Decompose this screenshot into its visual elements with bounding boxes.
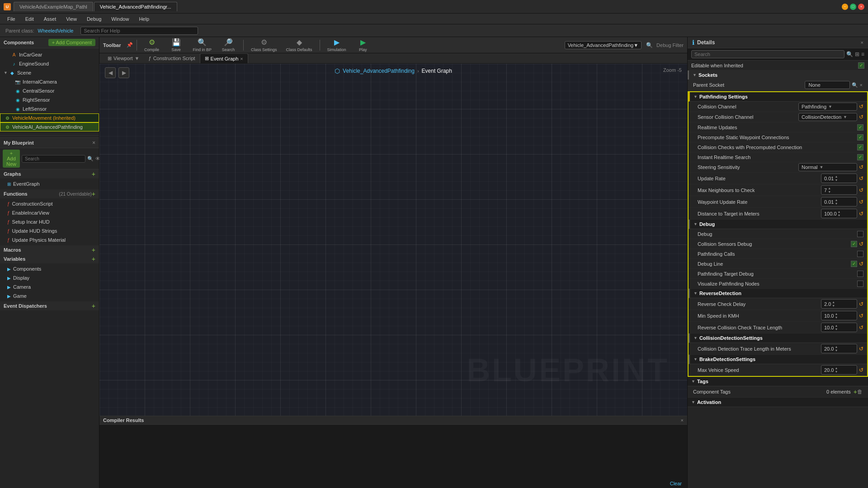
mvs-down[interactable]: ▼: [835, 370, 838, 373]
msk-down[interactable]: ▼: [835, 316, 838, 319]
my-blueprint-close[interactable]: ×: [92, 140, 95, 146]
cdtl-down[interactable]: ▼: [835, 349, 838, 352]
tree-item-vehicle-ai[interactable]: ⚙ VehicleAI_AdvancedPathfinding: [0, 122, 99, 131]
update-rate-input[interactable]: 0.01 ▲ ▼: [821, 174, 857, 183]
tree-item-left-sensor[interactable]: ◉ LeftSensor: [0, 104, 99, 113]
parent-socket-search[interactable]: 🔍: [852, 82, 858, 88]
graphs-add-button[interactable]: +: [92, 171, 95, 177]
details-search-input[interactable]: [691, 50, 844, 58]
tree-item-incar-gear[interactable]: A InCarGear: [0, 50, 99, 59]
precompute-waypoint-checkbox[interactable]: [857, 134, 863, 141]
details-grid-icon[interactable]: ⊞: [855, 51, 859, 57]
search-button[interactable]: 🔎 Search: [217, 37, 240, 53]
close-button[interactable]: ×: [858, 4, 864, 10]
rcd-down[interactable]: ▼: [832, 304, 835, 307]
sockets-header[interactable]: ▼ Sockets: [688, 70, 868, 80]
min-speed-input[interactable]: 10.0 ▲ ▼: [821, 311, 857, 320]
sensor-collision-channel-dropdown[interactable]: CollisionDetection ▼: [798, 113, 857, 121]
max-vehicle-speed-reset[interactable]: ↺: [859, 367, 863, 373]
title-tab-vehicle[interactable]: Vehicle_AdvancedPathfindingr...: [94, 2, 177, 11]
update-rate-reset[interactable]: ↺: [859, 175, 863, 182]
distance-to-target-input[interactable]: 100.0 ▲ ▼: [821, 209, 857, 218]
rcd-up[interactable]: ▲: [832, 300, 835, 304]
update-rate-up[interactable]: ▲: [835, 175, 838, 178]
distance-to-target-down[interactable]: ▼: [838, 214, 841, 217]
distance-to-target-reset[interactable]: ↺: [859, 211, 863, 217]
menu-window[interactable]: Window: [107, 15, 133, 23]
graphs-section-header[interactable]: Graphs +: [0, 169, 99, 178]
bp-item-enable-incar[interactable]: ƒ EnableIncarView: [0, 208, 99, 217]
distance-to-target-up[interactable]: ▲: [838, 210, 841, 213]
event-dispatchers-section-header[interactable]: Event Dispatchers +: [0, 301, 99, 310]
vehicle-dropdown[interactable]: Vehicle_AdvancedPathfinding▼: [565, 41, 642, 49]
tags-del-button[interactable]: 🗑: [857, 389, 863, 395]
collision-checks-precomputed-checkbox[interactable]: [857, 144, 863, 150]
find-button[interactable]: 🔍 Find in BP: [189, 37, 216, 53]
waypoint-update-rate-down[interactable]: ▼: [835, 202, 838, 205]
debug-section-header[interactable]: ▼ Debug: [689, 220, 867, 229]
cdtl-up[interactable]: ▲: [835, 345, 838, 348]
collision-sensors-debug-reset[interactable]: ↺: [859, 241, 863, 247]
bp-add-button[interactable]: + Add New: [3, 150, 20, 168]
save-button[interactable]: 💾 Save: [165, 37, 188, 53]
reverse-collision-trace-input[interactable]: 10.0 ▲ ▼: [821, 323, 857, 332]
simulation-button[interactable]: ▶ Simulation: [324, 37, 350, 53]
activation-header[interactable]: ▼ Activation: [688, 398, 868, 407]
components-section-header[interactable]: Components + Add Component: [0, 37, 99, 48]
play-button[interactable]: ▶ Play: [352, 37, 374, 53]
pathfinding-calls-checkbox[interactable]: [857, 251, 863, 257]
compile-button[interactable]: ⚙ Compile: [141, 37, 163, 53]
event-graph-tab-close[interactable]: ×: [240, 56, 243, 61]
collision-detection-trace-reset[interactable]: ↺: [859, 346, 863, 352]
bp-var-components[interactable]: ▶ Components: [0, 264, 99, 273]
collision-channel-dropdown[interactable]: Pathfinding ▼: [798, 103, 857, 111]
bp-item-setup-incar[interactable]: ƒ Setup Incar HUD: [0, 217, 99, 226]
menu-edit[interactable]: Edit: [21, 15, 38, 23]
waypoint-update-rate-input[interactable]: 0.01 ▲ ▼: [821, 197, 857, 206]
brake-detection-settings-header[interactable]: ▼ BrakeDetectionSettings: [689, 355, 867, 364]
parent-class-value[interactable]: WheeledVehicle: [38, 28, 74, 33]
bp-item-update-hud[interactable]: ƒ Update HUD Strings: [0, 226, 99, 235]
title-tab-map[interactable]: VehicleAdvExampleMap_Pathl: [14, 2, 93, 11]
tab-construction[interactable]: ƒ Construction Script: [144, 54, 200, 63]
debug-line-checkbox[interactable]: [851, 261, 857, 267]
debug-line-reset[interactable]: ↺: [859, 261, 863, 267]
event-dispatchers-add-button[interactable]: +: [92, 303, 95, 309]
details-close[interactable]: ×: [861, 40, 863, 45]
add-component-button[interactable]: + Add Component: [48, 39, 95, 46]
macros-add-button[interactable]: +: [92, 247, 95, 253]
collision-detection-settings-header[interactable]: ▼ CollisionDetectionSettings: [689, 333, 867, 343]
parent-socket-dropdown[interactable]: None: [805, 81, 850, 89]
toolbar-pin-icon[interactable]: 📌: [127, 42, 133, 48]
editable-when-inherited-checkbox[interactable]: [858, 62, 864, 69]
min-speed-reset[interactable]: ↺: [859, 313, 863, 319]
nav-forward-button[interactable]: ▶: [118, 67, 129, 78]
class-settings-button[interactable]: ⚙ Class Settings: [247, 37, 281, 53]
tags-add-button[interactable]: +: [854, 388, 857, 395]
tab-viewport[interactable]: ⊞ Viewport ▼: [103, 54, 144, 63]
steering-sensitivity-reset[interactable]: ↺: [859, 164, 863, 170]
max-neighbours-reset[interactable]: ↺: [859, 187, 863, 193]
reverse-collision-trace-reset[interactable]: ↺: [859, 324, 863, 331]
menu-help[interactable]: Help: [134, 15, 154, 23]
realtime-updates-checkbox[interactable]: [857, 124, 863, 131]
functions-section-header[interactable]: Functions (21 Overridable) +: [0, 189, 99, 198]
tags-header[interactable]: ▼ Tags: [688, 377, 868, 386]
pathfinding-target-debug-checkbox[interactable]: [857, 271, 863, 277]
tree-item-scene[interactable]: ▼ ◆ Scene: [0, 68, 99, 77]
max-neighbours-down[interactable]: ▼: [828, 190, 831, 193]
class-defaults-button[interactable]: ◆ Class Defaults: [283, 37, 316, 53]
max-vehicle-speed-input[interactable]: 20.0 ▲ ▼: [821, 365, 857, 375]
msk-up[interactable]: ▲: [835, 312, 838, 315]
menu-view[interactable]: View: [61, 15, 81, 23]
rct-down[interactable]: ▼: [835, 328, 838, 331]
steering-sensitivity-dropdown[interactable]: Normal ▼: [798, 163, 857, 171]
maximize-button[interactable]: □: [850, 4, 856, 10]
menu-asset[interactable]: Asset: [39, 15, 61, 23]
search-icon[interactable]: 🔍: [87, 156, 94, 162]
reverse-check-delay-input[interactable]: 2.0 ▲ ▼: [821, 299, 857, 309]
bp-var-game[interactable]: ▶ Game: [0, 291, 99, 300]
max-neighbours-input[interactable]: 7 ▲ ▼: [821, 185, 857, 195]
nav-back-button[interactable]: ◀: [105, 67, 116, 78]
bp-item-update-physics[interactable]: ƒ Update Physics Material: [0, 235, 99, 244]
